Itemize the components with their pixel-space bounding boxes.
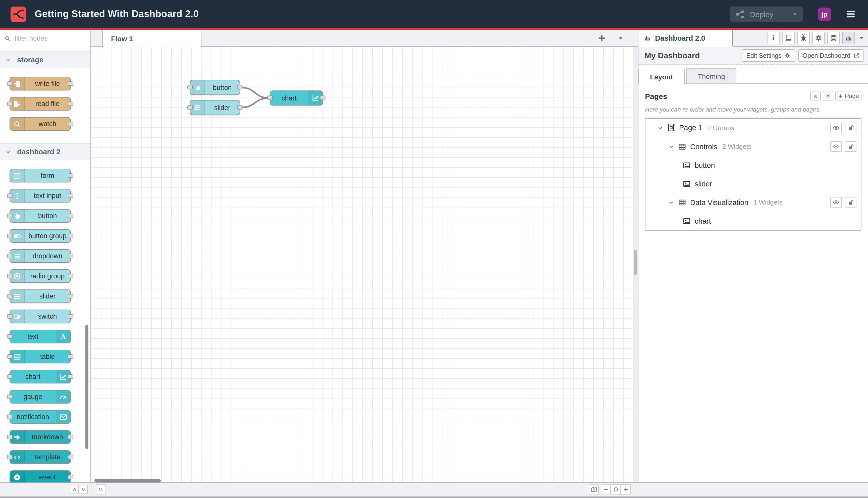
node-input-port[interactable]: [7, 253, 13, 258]
node-output-port[interactable]: [68, 253, 74, 258]
node-output-port[interactable]: [68, 173, 74, 178]
visibility-button[interactable]: [830, 197, 842, 208]
sidebar-toolbar-gear-button[interactable]: [812, 32, 825, 44]
node-input-port[interactable]: [7, 374, 13, 379]
node-output-port[interactable]: [68, 233, 74, 238]
node-output-port[interactable]: [68, 374, 74, 379]
node-input-port[interactable]: [7, 455, 13, 459]
node-input-port[interactable]: [7, 434, 13, 439]
canvas-horizontal-scrollbar[interactable]: [94, 479, 161, 482]
tree-row-Page-1[interactable]: Page 12 Groups: [645, 119, 861, 137]
node-input-port[interactable]: [7, 314, 13, 318]
node-input-port[interactable]: [187, 105, 193, 109]
node-output-port[interactable]: [68, 354, 74, 358]
open-dashboard-button[interactable]: Open Dashboard: [798, 49, 864, 62]
sidebar-toolbar-book-button[interactable]: [782, 32, 794, 44]
tree-row-button[interactable]: button: [645, 156, 861, 174]
node-output-port[interactable]: [237, 85, 243, 90]
node-dropdown[interactable]: dropdown: [10, 249, 71, 263]
node-form[interactable]: form: [10, 169, 71, 182]
node-button[interactable]: button: [190, 80, 240, 95]
node-input-port[interactable]: [7, 414, 13, 419]
palette-category-storage[interactable]: storage: [0, 51, 90, 68]
tab-layout[interactable]: Layout: [639, 69, 685, 84]
node-watch[interactable]: watch: [10, 117, 71, 131]
node-button[interactable]: button: [10, 209, 71, 223]
node-text[interactable]: text: [10, 330, 71, 343]
node-notification[interactable]: notification: [10, 410, 71, 424]
tab-dashboard-2[interactable]: Dashboard 2.0: [639, 30, 733, 47]
node-output-port[interactable]: [68, 81, 74, 86]
node-table[interactable]: table: [10, 350, 71, 363]
lock-button[interactable]: [845, 141, 856, 152]
node-output-port[interactable]: [68, 314, 74, 318]
tree-row-slider[interactable]: slider: [645, 174, 861, 193]
lock-button[interactable]: [845, 122, 856, 133]
node-input-port[interactable]: [7, 81, 13, 86]
node-input-port[interactable]: [267, 95, 273, 100]
node-input-port[interactable]: [7, 394, 13, 399]
node-output-port[interactable]: [68, 121, 74, 126]
add-flow-icon[interactable]: [597, 33, 607, 43]
palette-double-down-button[interactable]: [79, 485, 88, 494]
node-write-file[interactable]: write file: [10, 77, 71, 90]
node-output-port[interactable]: [68, 193, 74, 198]
node-input-port[interactable]: [7, 101, 13, 106]
node-input-port[interactable]: [7, 354, 13, 358]
node-slider[interactable]: slider: [190, 100, 240, 115]
sidebar-menu-caret-icon[interactable]: [858, 35, 865, 41]
zoom-in-button[interactable]: [621, 484, 631, 495]
node-gauge[interactable]: gauge: [10, 390, 71, 404]
lock-button[interactable]: [845, 197, 856, 208]
deploy-caret-icon[interactable]: [792, 11, 798, 17]
node-input-port[interactable]: [7, 334, 13, 339]
add-page-button[interactable]: Page: [835, 91, 862, 101]
node-read-file[interactable]: read file: [10, 97, 71, 110]
node-output-port[interactable]: [68, 294, 74, 298]
node-output-port[interactable]: [68, 434, 74, 439]
node-output-port[interactable]: [68, 213, 74, 218]
node-template[interactable]: template: [10, 450, 71, 464]
node-text-input[interactable]: text input: [10, 189, 71, 202]
node-input-port[interactable]: [7, 294, 13, 298]
canvas-search-button[interactable]: [96, 484, 106, 495]
node-slider[interactable]: slider: [10, 289, 71, 303]
node-input-port[interactable]: [7, 193, 13, 198]
collapse-all-button[interactable]: [810, 91, 821, 101]
node-output-port[interactable]: [68, 274, 74, 278]
node-button-group[interactable]: button group: [10, 229, 71, 243]
node-markdown[interactable]: markdown: [10, 430, 71, 444]
node-output-port[interactable]: [68, 455, 74, 459]
node-output-port[interactable]: [68, 475, 74, 479]
node-input-port[interactable]: [187, 85, 193, 90]
node-chart[interactable]: chart: [270, 90, 323, 106]
palette-double-up-button[interactable]: [70, 485, 79, 494]
visibility-button[interactable]: [830, 122, 842, 133]
node-input-port[interactable]: [7, 233, 13, 238]
filter-nodes-input[interactable]: [14, 34, 76, 42]
visibility-button[interactable]: [830, 141, 842, 152]
tree-row-Controls[interactable]: Controls2 Widgets: [645, 137, 861, 156]
main-menu-icon[interactable]: [844, 10, 857, 18]
zoom-reset-button[interactable]: [611, 484, 621, 495]
canvas-grid[interactable]: buttonsliderchart: [91, 47, 633, 484]
node-input-port[interactable]: [7, 274, 13, 278]
sidebar-toolbar-bug-button[interactable]: [797, 32, 810, 44]
palette-scrollbar[interactable]: [85, 325, 89, 449]
user-avatar[interactable]: jp: [818, 7, 831, 21]
flow-list-caret-icon[interactable]: [617, 35, 624, 42]
node-chart[interactable]: chart: [10, 370, 71, 383]
navigator-toggle-button[interactable]: [589, 484, 599, 495]
zoom-out-button[interactable]: [601, 484, 611, 495]
deploy-button[interactable]: Deploy: [730, 6, 803, 22]
node-switch[interactable]: switch: [10, 310, 71, 323]
canvas-vertical-scrollbar[interactable]: [634, 250, 637, 275]
node-event[interactable]: event: [10, 470, 71, 484]
expand-all-button[interactable]: [823, 91, 833, 101]
node-output-port[interactable]: [237, 105, 243, 109]
node-radio-group[interactable]: radio group: [10, 270, 71, 283]
tab-theming[interactable]: Theming: [686, 68, 737, 84]
node-input-port[interactable]: [7, 213, 13, 218]
sidebar-toolbar-dashboard-button[interactable]: [842, 32, 855, 44]
tree-row-Data-Visualization[interactable]: Data Visualization1 Widgets: [645, 193, 861, 212]
